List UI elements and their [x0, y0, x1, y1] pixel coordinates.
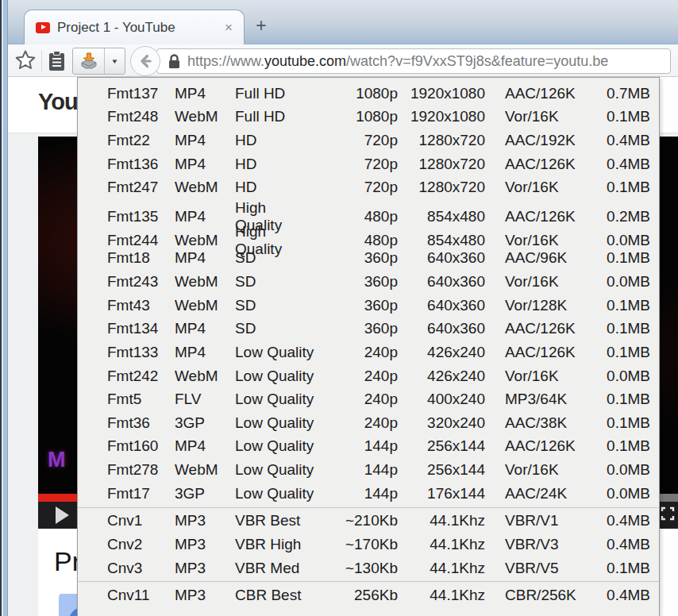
menu-row[interactable]: Fmt36 3GP Low Quality 240p 320x240 AAC/3… [78, 411, 659, 435]
menu-row[interactable]: Cnv2 MP3 VBR High ~170Kb 44.1Khz VBR/V3 … [78, 533, 659, 556]
format-size: 0.4MB [604, 132, 650, 149]
format-size: 0.1MB [604, 391, 650, 408]
format-dimensions: 854x480 [398, 232, 485, 249]
format-dimensions: 320x240 [398, 414, 485, 432]
menu-row[interactable]: Fmt137 MP4 Full HD 1080p 1920x1080 AAC/1… [78, 82, 659, 106]
menu-row[interactable]: Fmt244 WebM High Quality 480p 854x480 Vo… [78, 223, 659, 247]
format-dimensions: 44.1Khz [398, 536, 485, 553]
format-id: Fmt136 [107, 156, 175, 173]
downloader-dropdown-arrow[interactable]: ▼ [105, 48, 125, 74]
menu-row[interactable]: Fmt22 MP4 HD 720p 1280x720 AAC/192K 0.4M… [78, 129, 659, 152]
youtube-favicon-icon [36, 22, 50, 33]
menu-row[interactable]: Fmt17 3GP Low Quality 144p 176x144 AAC/2… [78, 482, 659, 506]
play-button-icon[interactable] [56, 506, 69, 524]
menu-row[interactable]: Fmt136 MP4 HD 720p 1280x720 AAC/126K 0.4… [78, 152, 659, 176]
format-container: MP4 [175, 156, 235, 173]
https-lock-icon[interactable] [168, 54, 181, 69]
downloader-button[interactable] [73, 48, 105, 74]
format-quality: SD [235, 297, 316, 314]
format-id: Cnv3 [107, 560, 175, 577]
menu-row[interactable]: Fmt134 MP4 SD 360p 640x360 AAC/126K 0.1M… [78, 317, 659, 341]
downloader-split-button: ▼ [72, 48, 125, 75]
menu-row[interactable]: Cnv11 MP3 CBR Best 256Kb 44.1Khz CBR/256… [78, 583, 659, 607]
format-resolution: 256Kb [316, 587, 398, 604]
menu-row[interactable]: Fmt278 WebM Low Quality 144p 256x144 Vor… [78, 458, 659, 482]
format-dimensions: 854x480 [398, 208, 485, 225]
menu-row[interactable]: Fmt18 MP4 SD 360p 640x360 AAC/96K 0.1MB [78, 246, 659, 270]
format-quality: Low Quality [235, 344, 316, 361]
menu-row[interactable]: Cnv1 MP3 VBR Best ~210Kb 44.1Khz VBR/V1 … [78, 510, 659, 533]
format-dimensions: 640x360 [398, 249, 485, 267]
url-bar[interactable]: https://www.youtube.com/watch?v=f9VxxST9… [156, 48, 671, 74]
format-resolution: ~130Kb [316, 560, 398, 577]
menu-row[interactable]: Fmt5 FLV Low Quality 240p 400x240 MP3/64… [78, 387, 659, 411]
menu-row[interactable]: Fmt133 MP4 Low Quality 240p 426x240 AAC/… [78, 341, 659, 364]
format-resolution: 720p [316, 156, 398, 173]
back-arrow-icon [137, 52, 154, 70]
format-audio: AAC/126K [485, 208, 604, 225]
format-dimensions: 256x144 [398, 437, 485, 455]
back-button[interactable] [130, 46, 160, 76]
format-container: MP3 [175, 512, 235, 529]
format-resolution: 144p [316, 485, 398, 502]
format-dimensions: 1920x1080 [398, 85, 485, 102]
format-container: MP3 [175, 560, 235, 577]
menu-row[interactable]: Fmt242 WebM Low Quality 240p 426x240 Vor… [78, 364, 659, 388]
url-prefix: https://www. [187, 53, 264, 69]
tab-close-icon[interactable]: × [225, 21, 233, 34]
format-dimensions: 640x360 [398, 320, 485, 337]
menu-row[interactable]: Cnv3 MP3 VBR Med ~130Kb 44.1Khz VBR/V5 0… [78, 556, 659, 580]
format-dimensions: 1280x720 [398, 132, 485, 149]
window-left-border [0, 0, 8, 616]
menu-row[interactable]: Fmt248 WebM Full HD 1080p 1920x1080 Vor/… [78, 106, 659, 129]
channel-watermark: M [48, 448, 66, 472]
format-size: 0.7MB [604, 85, 650, 102]
youtube-logo-text: You [38, 88, 78, 115]
format-size: 0.4MB [604, 156, 650, 173]
format-quality: VBR High [235, 536, 316, 553]
format-container: MP4 [175, 344, 235, 361]
format-size: 0.1MB [604, 344, 650, 361]
format-resolution: 720p [316, 132, 398, 149]
menu-row[interactable]: Fmt135 MP4 High Quality 480p 854x480 AAC… [78, 199, 659, 223]
format-quality: HD [235, 156, 316, 173]
format-container: MP3 [175, 536, 235, 553]
menu-row[interactable]: Fmt160 MP4 Low Quality 144p 256x144 AAC/… [78, 435, 659, 459]
format-audio: AAC/126K [485, 344, 604, 361]
format-id: Fmt5 [107, 391, 175, 408]
format-resolution: 720p [316, 179, 398, 196]
tab-project1-youtube[interactable]: Project 1 - YouTube × [24, 10, 245, 44]
bookmark-star-icon[interactable] [13, 48, 37, 72]
menu-row[interactable]: Fmt43 WebM SD 360p 640x360 Vor/128K 0.1M… [78, 294, 659, 318]
format-id: Fmt36 [107, 414, 175, 432]
new-tab-button[interactable]: + [251, 16, 272, 37]
format-resolution: 360p [316, 297, 398, 314]
fullscreen-icon[interactable] [661, 506, 675, 521]
toolbar-separator [41, 50, 42, 71]
format-container: MP4 [175, 208, 235, 225]
format-id: Fmt22 [107, 132, 175, 149]
bookmarks-menu-icon[interactable] [46, 50, 67, 72]
format-audio: Vor/16K [485, 368, 604, 385]
menu-section-separator [78, 581, 659, 582]
format-container: WebM [175, 461, 235, 479]
format-audio: Vor/128K [485, 297, 604, 314]
url-domain: youtube.com [264, 53, 346, 69]
format-container: FLV [175, 391, 235, 408]
format-size: 0.1MB [604, 297, 650, 314]
menu-row[interactable]: Fmt243 WebM SD 360p 640x360 Vor/16K 0.0M… [78, 270, 659, 294]
format-size: 0.1MB [604, 437, 650, 455]
format-size: 0.1MB [604, 179, 650, 196]
download-tray-icon [79, 52, 99, 71]
menu-row[interactable]: Fmt247 WebM HD 720p 1280x720 Vor/16K 0.1… [78, 176, 659, 200]
format-resolution: 240p [316, 344, 398, 361]
format-dimensions: 256x144 [398, 461, 485, 479]
format-size: 0.1MB [604, 320, 650, 337]
format-dimensions: 426x240 [398, 368, 485, 385]
downloader-format-menu: Fmt137 MP4 Full HD 1080p 1920x1080 AAC/1… [77, 77, 660, 616]
format-resolution: 360p [316, 249, 398, 267]
format-id: Fmt17 [107, 485, 175, 502]
format-id: Cnv11 [107, 587, 175, 604]
format-id: Fmt278 [107, 461, 175, 479]
format-container: MP4 [175, 85, 235, 102]
